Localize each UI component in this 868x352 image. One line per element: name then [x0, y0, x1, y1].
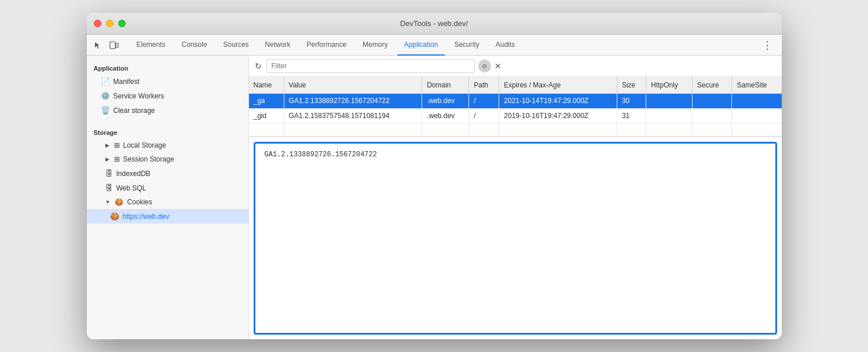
close-button[interactable] [94, 20, 101, 27]
col-value[interactable]: Value [284, 77, 422, 93]
tab-network[interactable]: Network [258, 35, 298, 56]
session-storage-grid-icon: ⊞ [114, 155, 120, 163]
filter-input[interactable] [266, 59, 475, 73]
titlebar: DevTools - web.dev/ [87, 13, 782, 35]
cookies-expand-icon: ▼ [105, 199, 111, 205]
sidebar-item-manifest[interactable]: 📄 Manifest [87, 74, 248, 89]
col-secure[interactable]: Secure [692, 77, 732, 93]
table-empty-row [249, 123, 782, 136]
cursor-icon[interactable] [91, 39, 104, 52]
sidebar-item-session-storage[interactable]: ▶ ⊞ Session Storage [87, 152, 248, 166]
window-title: DevTools - web.dev/ [400, 19, 468, 28]
table-header-row: Name Value Domain Path Expires / Max-Age… [249, 77, 782, 93]
local-storage-grid-icon: ⊞ [114, 141, 120, 149]
device-icon[interactable] [108, 39, 120, 52]
traffic-lights [94, 20, 126, 27]
minimize-button[interactable] [106, 20, 113, 27]
sidebar-item-https-web-dev[interactable]: 🍪 https://web.dev [87, 209, 248, 223]
cookie-table-wrap: Name Value Domain Path Expires / Max-Age… [249, 77, 782, 137]
tab-elements[interactable]: Elements [130, 35, 173, 56]
col-samesite[interactable]: SameSite [732, 77, 782, 93]
filter-close-icon[interactable]: ✕ [495, 61, 501, 71]
tab-application[interactable]: Application [397, 35, 445, 56]
filter-bar: ↻ ⊘ ✕ [249, 56, 782, 77]
toolbar-icons [91, 39, 120, 52]
devtools-window: DevTools - web.dev/ Elements Console So [87, 13, 782, 339]
detail-pane: GA1.2.1338892726.1567204722 [254, 142, 777, 335]
col-path[interactable]: Path [469, 77, 499, 93]
col-size[interactable]: Size [617, 77, 646, 93]
tab-bar: Elements Console Sources Network Perform… [87, 35, 782, 56]
local-storage-expand-icon: ▶ [105, 142, 109, 148]
service-workers-icon: ⚙️ [101, 91, 110, 100]
web-sql-icon: 🗄 [105, 184, 113, 192]
sidebar-item-service-workers[interactable]: ⚙️ Service Workers [87, 89, 248, 103]
sidebar-item-local-storage[interactable]: ▶ ⊞ Local Storage [87, 138, 248, 152]
sidebar-item-web-sql[interactable]: 🗄 Web SQL [87, 181, 248, 195]
col-httponly[interactable]: HttpOnly [646, 77, 692, 93]
cookie-table: Name Value Domain Path Expires / Max-Age… [249, 77, 782, 137]
session-storage-expand-icon: ▶ [105, 156, 109, 162]
tab-audits[interactable]: Audits [489, 35, 522, 56]
application-section-label: Application [87, 60, 248, 74]
manifest-icon: 📄 [101, 77, 110, 86]
sidebar-item-cookies[interactable]: ▼ 🍪 Cookies [87, 195, 248, 209]
detail-value: GA1.2.1338892726.1567204722 [255, 144, 775, 166]
sidebar: Application 📄 Manifest ⚙️ Service Worker… [87, 56, 249, 339]
cookies-icon: 🍪 [115, 198, 123, 206]
svg-rect-0 [110, 42, 115, 49]
tab-security[interactable]: Security [447, 35, 486, 56]
svg-rect-1 [116, 43, 118, 47]
tab-memory[interactable]: Memory [356, 35, 394, 56]
sidebar-item-clear-storage[interactable]: 🗑️ Clear storage [87, 103, 248, 118]
clear-storage-icon: 🗑️ [101, 106, 110, 115]
table-row[interactable]: _gidGA1.2.1583757548.1571081194.web.dev/… [249, 108, 782, 123]
col-domain[interactable]: Domain [422, 77, 469, 93]
storage-section-label: Storage [87, 124, 248, 138]
cookie-table-body: _gaGA1.2.1338892726.1567204722.web.dev/2… [249, 93, 782, 136]
maximize-button[interactable] [118, 20, 126, 27]
tab-performance[interactable]: Performance [300, 35, 354, 56]
filter-clear-icon[interactable]: ⊘ [478, 60, 491, 72]
refresh-icon[interactable]: ↻ [254, 60, 263, 72]
tab-sources[interactable]: Sources [217, 35, 256, 56]
col-name[interactable]: Name [249, 77, 284, 93]
tab-console[interactable]: Console [175, 35, 214, 56]
sidebar-item-indexed-db[interactable]: 🗄 IndexedDB [87, 166, 248, 181]
https-cookies-icon: 🍪 [110, 212, 119, 221]
content-panel: ↻ ⊘ ✕ Name Value Domain Path Expires / M… [249, 56, 782, 339]
main-content: Application 📄 Manifest ⚙️ Service Worker… [87, 56, 782, 339]
more-options-icon[interactable]: ⋮ [757, 39, 777, 52]
col-expires[interactable]: Expires / Max-Age [499, 77, 617, 93]
indexed-db-icon: 🗄 [105, 169, 113, 178]
table-row[interactable]: _gaGA1.2.1338892726.1567204722.web.dev/2… [249, 93, 782, 108]
